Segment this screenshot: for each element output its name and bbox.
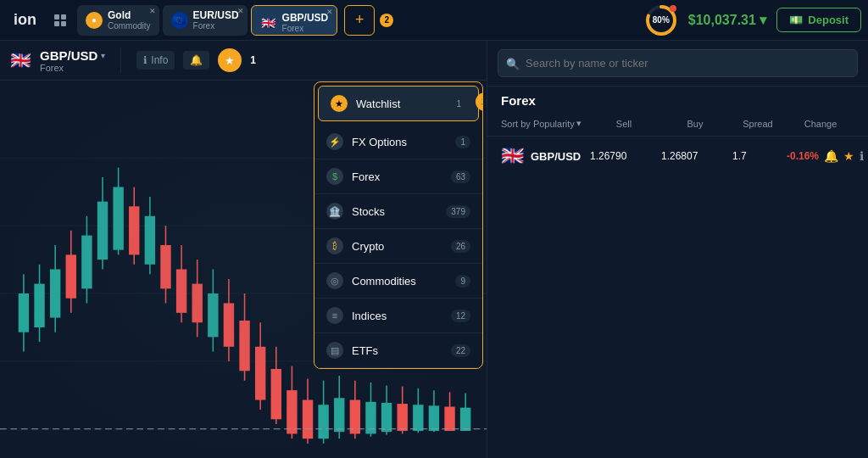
pair-cell-name-gbpusd: GBP/USD xyxy=(531,150,581,163)
dropdown-item-fx-options[interactable]: ⚡ FX Options 1 xyxy=(314,125,482,159)
fx-options-count: 1 xyxy=(455,136,470,148)
tab-gbpusd[interactable]: ✕ 🇬🇧 GBP/USD Forex xyxy=(251,5,338,36)
svg-rect-3 xyxy=(61,21,66,26)
alert-dot xyxy=(670,5,676,12)
deposit-label: Deposit xyxy=(808,14,849,26)
col-change: Change xyxy=(787,119,854,129)
item-actions-gbpusd: -0.16% 🔔 ★ ℹ xyxy=(787,149,854,163)
main-area: 🇬🇧 GBP/USD ▾ Forex ℹ Info 🔔 ★ 1 xyxy=(0,41,868,458)
forex-label: Forex xyxy=(352,170,380,183)
bell-chart-icon: 🔔 xyxy=(190,54,203,66)
dropdown-item-stocks[interactable]: 🏦 Stocks 379 xyxy=(314,194,482,229)
change-value-gbpusd: -0.16% xyxy=(787,150,819,162)
chart-pair-sub: Forex xyxy=(40,63,105,73)
sort-chevron-icon: ▾ xyxy=(576,118,581,129)
star-item-icon[interactable]: ★ xyxy=(843,149,854,163)
brand-logo: ion xyxy=(7,11,43,29)
progress-ring[interactable]: 80% xyxy=(644,3,678,37)
fx-options-label: FX Options xyxy=(352,136,407,148)
search-bar: 🔍 xyxy=(487,41,868,87)
dropdown-item-commodities[interactable]: ◎ Commodities 9 xyxy=(314,264,482,299)
col-sell: Sell xyxy=(590,119,658,129)
svg-rect-0 xyxy=(54,14,59,20)
dropdown-item-watchlist[interactable]: ★ Watchlist 1 xyxy=(318,86,479,121)
dropdown-item-crypto[interactable]: ₿ Crypto 26 xyxy=(314,229,482,264)
stocks-count: 379 xyxy=(446,205,470,218)
pair-cell-gbpusd: 🇬🇧 GBP/USD xyxy=(501,145,587,167)
commodities-count: 9 xyxy=(455,275,470,288)
commodities-label: Commodities xyxy=(352,275,416,288)
market-section-header: Forex xyxy=(487,87,868,114)
tab-eurusd-name: EUR/USD xyxy=(193,9,239,21)
tab-gbpusd-name: GBP/USD xyxy=(282,12,329,24)
etfs-label: ETFs xyxy=(352,344,378,357)
crypto-count: 26 xyxy=(451,240,470,253)
tab-eurusd-sub: Forex xyxy=(193,21,239,31)
star-filled-icon: ★ xyxy=(225,54,235,67)
tab-eurusd[interactable]: ✕ 🇪🇺 EUR/USD Forex xyxy=(163,5,248,36)
tab-gbpusd-sub: Forex xyxy=(282,24,329,33)
col-buy: Buy xyxy=(661,119,729,129)
watchlist-count-badge: 1 xyxy=(451,98,466,110)
sell-value-gbpusd: 1.26790 xyxy=(590,150,658,162)
add-tab-button[interactable]: + xyxy=(344,5,375,36)
forex-count: 63 xyxy=(451,170,470,183)
info-item-icon[interactable]: ℹ xyxy=(860,149,864,163)
tab-count-badge: 2 xyxy=(380,14,393,27)
svg-rect-1 xyxy=(61,14,66,20)
etfs-count: 22 xyxy=(451,344,470,357)
topbar: ion ✕ ● Gold Commodity ✕ 🇪🇺 EUR/USD Fore… xyxy=(0,0,868,41)
progress-text: 80% xyxy=(653,15,670,25)
balance-display[interactable]: $10,037.31 ▾ xyxy=(682,12,774,28)
right-panel: 🔍 Forex Sort by Popularity ▾ Sell Buy Sp… xyxy=(487,41,868,458)
dropdown-item-forex[interactable]: $ Forex 63 xyxy=(314,159,482,194)
dropdown-item-indices[interactable]: ≡ Indices 12 xyxy=(314,299,482,333)
tab-gold-sub: Commodity xyxy=(108,21,151,31)
watchlist-count: 1 xyxy=(250,54,256,66)
grid-icon[interactable] xyxy=(47,7,74,34)
crypto-label: Crypto xyxy=(352,240,384,253)
spread-value-gbpusd: 1.7 xyxy=(732,150,783,162)
chevron-down-icon[interactable]: ▾ xyxy=(101,51,105,60)
col-spread: Spread xyxy=(732,119,783,129)
category-dropdown: ★ Watchlist 1 ⚡ FX Options 1 $ Forex 63 … xyxy=(314,81,483,369)
watchlist-label: Watchlist xyxy=(356,98,400,110)
search-icon: 🔍 xyxy=(506,57,520,70)
pair-flag-icon: 🇬🇧 xyxy=(10,50,31,70)
gold-icon: ● xyxy=(92,15,97,25)
info-button[interactable]: ℹ Info xyxy=(136,51,175,70)
plus-icon: + xyxy=(355,11,364,29)
balance-value: $10,037.31 xyxy=(688,13,756,27)
indices-count: 12 xyxy=(451,310,470,322)
sort-popularity-button[interactable]: Sort by Popularity ▾ xyxy=(501,118,581,129)
svg-rect-2 xyxy=(54,21,59,26)
stocks-label: Stocks xyxy=(352,205,385,218)
close-tab-gbpusd[interactable]: ✕ xyxy=(326,8,333,16)
sort-label: Sort by Popularity xyxy=(501,119,575,129)
chart-pair-name: GBP/USD xyxy=(40,48,97,63)
info-circle-icon: ℹ xyxy=(143,54,147,66)
deposit-button[interactable]: 💵 Deposit xyxy=(776,8,861,32)
bell-button[interactable]: 🔔 xyxy=(183,51,209,70)
indices-label: Indices xyxy=(352,310,387,322)
search-wrapper: 🔍 xyxy=(498,49,858,77)
gbpusd-flag-icon: 🇬🇧 xyxy=(501,145,524,167)
market-item-gbpusd[interactable]: 🇬🇧 GBP/USD 1.26790 1.26807 1.7 -0.16% 🔔 … xyxy=(487,136,868,176)
star-watchlist-button[interactable]: ★ xyxy=(218,48,242,72)
info-label: Info xyxy=(151,54,168,66)
chart-header: 🇬🇧 GBP/USD ▾ Forex ℹ Info 🔔 ★ 1 xyxy=(0,41,487,81)
tab-gold[interactable]: ✕ ● Gold Commodity xyxy=(77,5,159,36)
tab-gold-name: Gold xyxy=(108,9,151,21)
sort-row: Sort by Popularity ▾ Sell Buy Spread Cha… xyxy=(487,114,868,136)
close-tab-eurusd[interactable]: ✕ xyxy=(237,7,244,15)
search-input[interactable] xyxy=(498,49,858,77)
bell-item-icon[interactable]: 🔔 xyxy=(824,149,838,163)
dropdown-item-etfs[interactable]: ▤ ETFs 22 xyxy=(314,333,482,368)
buy-value-gbpusd: 1.26807 xyxy=(661,150,729,162)
deposit-icon: 💵 xyxy=(789,14,803,26)
close-tab-gold[interactable]: ✕ xyxy=(149,7,156,15)
